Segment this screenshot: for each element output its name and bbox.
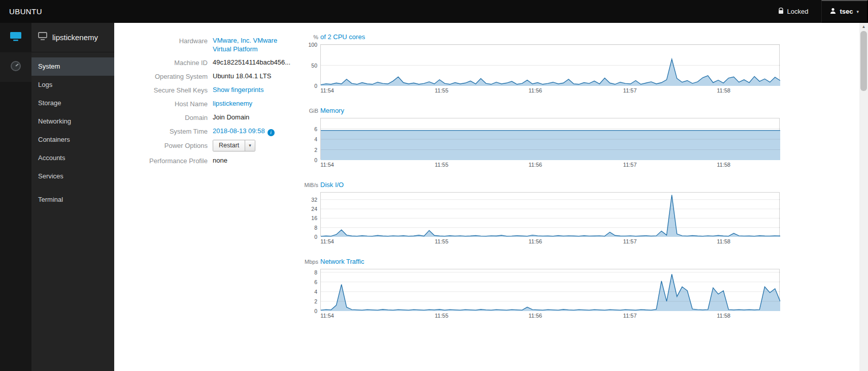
power-options-group: Restart ▾ <box>213 140 255 151</box>
host-selector[interactable]: lipstickenemy <box>31 23 114 52</box>
network-x-axis: 11:5411:5511:5611:5711:58 <box>320 312 780 320</box>
performance-profile-label: Performance Profile <box>124 156 208 165</box>
hardware-link[interactable]: VMware, Inc. VMware Virtual Platform <box>213 36 278 53</box>
host-name-label: Host Name <box>124 99 208 108</box>
disk-io-y-axis: 08162432 <box>303 192 320 236</box>
locked-button[interactable]: Locked <box>773 0 822 23</box>
disk-io-chart-title-link[interactable]: Disk I/O <box>320 181 344 189</box>
cpu-unit-label: % <box>303 34 318 40</box>
disk-io-x-axis: 11:5411:5511:5611:5711:58 <box>320 237 780 245</box>
power-options-label: Power Options <box>124 141 208 150</box>
disk-io-plot <box>320 192 780 236</box>
system-time-label: System Time <box>124 127 208 136</box>
sidebar-item-storage[interactable]: Storage <box>31 94 114 112</box>
hardware-label: Hardware <box>124 36 208 45</box>
domain-label: Domain <box>124 113 208 122</box>
ssh-keys-label: Secure Shell Keys <box>124 85 208 95</box>
network-plot <box>320 269 780 311</box>
lock-icon <box>778 8 784 16</box>
memory-x-axis: 11:5411:5511:5611:5711:58 <box>320 161 780 169</box>
operating-system-label: Operating System <box>124 72 208 81</box>
cpu-plot <box>320 44 780 85</box>
memory-chart: GiB Memory 0246 11:5411:5511:5611:5711:5… <box>303 107 783 169</box>
user-label: tsec <box>840 8 853 15</box>
machine-rail <box>0 23 31 371</box>
host-name-link[interactable]: lipstickenemy <box>213 100 252 107</box>
gauge-icon <box>10 60 22 74</box>
sidebar-item-accounts[interactable]: Accounts <box>31 149 114 167</box>
domain-value: Join Domain <box>213 113 289 121</box>
network-chart-title-link[interactable]: Network Traffic <box>320 258 364 265</box>
top-bar: UBUNTU Locked tsec ▾ <box>0 0 868 23</box>
network-traffic-chart: Mbps Network Traffic 02468 11:5411:5511:… <box>303 258 783 320</box>
main-content: Hardware VMware, Inc. VMware Virtual Pla… <box>114 23 868 371</box>
memory-y-axis: 0246 <box>303 118 320 160</box>
system-info-panel: Hardware VMware, Inc. VMware Virtual Pla… <box>124 33 303 371</box>
cpu-chart-title-link[interactable]: of 2 CPU cores <box>320 33 365 41</box>
restart-button[interactable]: Restart <box>213 140 245 151</box>
disk-io-unit-label: MiB/s <box>303 182 318 188</box>
network-unit-label: Mbps <box>303 259 318 265</box>
machine-id-value: 49c1822514114bacb456... <box>213 58 289 67</box>
operating-system-value: Ubuntu 18.04.1 LTS <box>213 72 289 80</box>
cpu-x-axis: 11:5411:5511:5611:5711:58 <box>320 86 780 95</box>
sidebar-item-terminal[interactable]: Terminal <box>31 191 114 209</box>
memory-unit-label: GiB <box>303 108 318 114</box>
cpu-chart: % of 2 CPU cores 050100 11:5411:5511:561… <box>303 33 783 95</box>
sidebar-nav: System Logs Storage Networking Container… <box>31 52 114 209</box>
info-icon[interactable]: i <box>268 129 275 136</box>
memory-plot <box>320 118 780 160</box>
server-icon <box>9 30 23 45</box>
rail-item-dashboard[interactable] <box>0 52 31 82</box>
sidebar-item-networking[interactable]: Networking <box>31 112 114 131</box>
user-icon <box>830 8 836 16</box>
power-dropdown-button[interactable]: ▾ <box>245 140 255 151</box>
scrollbar-thumb[interactable] <box>860 31 867 91</box>
user-menu[interactable]: tsec ▾ <box>821 0 868 23</box>
host-icon <box>38 32 47 43</box>
rail-item-machine[interactable] <box>0 23 31 52</box>
sidebar-item-containers[interactable]: Containers <box>31 131 114 149</box>
memory-chart-title-link[interactable]: Memory <box>320 107 344 114</box>
brand-title: UBUNTU <box>0 7 42 16</box>
sidebar-item-services[interactable]: Services <box>31 167 114 186</box>
show-fingerprints-link[interactable]: Show fingerprints <box>213 86 263 94</box>
sidebar-item-logs[interactable]: Logs <box>31 76 114 94</box>
scrollbar[interactable]: ▲ <box>859 23 868 371</box>
sidebar: lipstickenemy System Logs Storage Networ… <box>31 23 114 371</box>
disk-io-chart: MiB/s Disk I/O 08162432 11:5411:5511:561… <box>303 181 783 245</box>
host-name: lipstickenemy <box>52 33 98 42</box>
scroll-up-arrow[interactable]: ▲ <box>859 23 868 30</box>
locked-label: Locked <box>787 8 809 15</box>
system-time-link[interactable]: 2018-08-13 09:58 <box>213 127 265 135</box>
network-y-axis: 02468 <box>303 269 320 311</box>
chevron-down-icon: ▾ <box>856 9 859 14</box>
machine-id-label: Machine ID <box>124 58 208 67</box>
sidebar-item-system[interactable]: System <box>31 57 114 76</box>
cpu-y-axis: 050100 <box>303 44 320 85</box>
charts-panel: % of 2 CPU cores 050100 11:5411:5511:561… <box>303 33 783 371</box>
performance-profile-value: none <box>213 156 289 165</box>
